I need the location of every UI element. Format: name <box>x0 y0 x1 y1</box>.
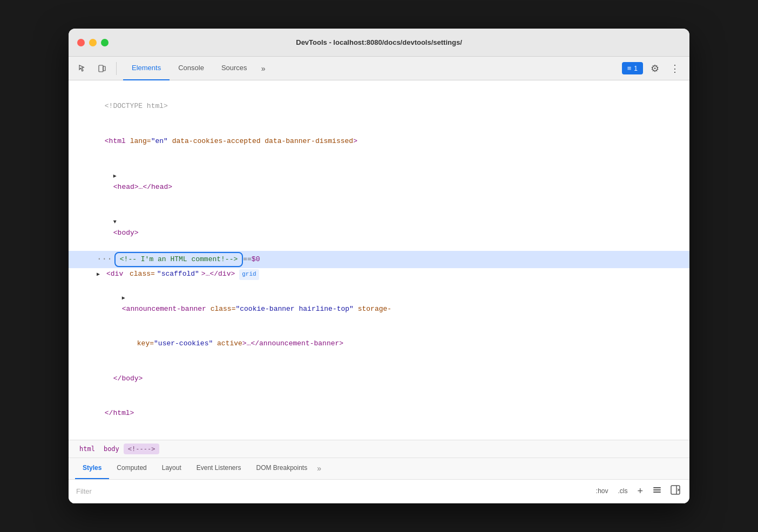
filter-actions: :hov .cls + <box>594 483 682 499</box>
tab-layout[interactable]: Layout <box>154 458 189 479</box>
grid-badge: grid <box>239 269 259 280</box>
breadcrumb-html[interactable]: html <box>75 444 99 454</box>
dollar-zero-value: $0 <box>252 254 260 265</box>
body-open-line[interactable]: <body> <box>79 204 679 250</box>
tab-sources[interactable]: Sources <box>213 57 256 80</box>
hov-button[interactable]: :hov <box>594 486 611 496</box>
doctype-line: <!DOCTYPE html> <box>79 89 679 124</box>
svg-rect-2 <box>653 487 661 488</box>
more-tabs-button[interactable]: » <box>256 61 271 76</box>
tab-elements[interactable]: Elements <box>123 57 170 80</box>
minimize-button[interactable] <box>89 39 97 46</box>
toolbar-right: ≡ 1 ⚙ ⋮ <box>622 60 683 77</box>
dots-menu-button[interactable]: ··· <box>97 253 112 267</box>
breadcrumb: html body <!----> <box>69 440 689 458</box>
main-tabs: Elements Console Sources » <box>123 57 618 80</box>
traffic-lights <box>77 39 109 46</box>
badge-icon: ≡ <box>627 64 632 72</box>
more-options-button[interactable]: ⋮ <box>667 60 683 77</box>
close-button[interactable] <box>77 39 85 46</box>
announcement-line-2: key="user-cookies" active>…</announcemen… <box>79 326 679 361</box>
svg-rect-1 <box>103 66 105 71</box>
breadcrumb-body[interactable]: body <box>99 444 124 454</box>
tab-console[interactable]: Console <box>170 57 213 80</box>
filter-bar: Filter :hov .cls + <box>69 480 689 503</box>
svg-rect-0 <box>99 65 103 72</box>
svg-rect-4 <box>653 492 661 493</box>
scaffold-triangle[interactable] <box>97 270 104 279</box>
svg-rect-3 <box>653 489 661 490</box>
svg-rect-5 <box>671 486 680 494</box>
div-scaffold-line[interactable]: <div class="scaffold">…</div> grid <box>79 268 679 281</box>
html-close-line[interactable]: </html> <box>79 396 679 431</box>
equals-sign: == <box>243 254 252 265</box>
badge-count: 1 <box>634 65 638 72</box>
titlebar: DevTools - localhost:8080/docs/devtools/… <box>69 29 689 57</box>
settings-button[interactable]: ⚙ <box>647 60 662 77</box>
html-open-line[interactable]: <html lang="en" data-cookies-accepted da… <box>79 124 679 159</box>
tab-dom-breakpoints[interactable]: DOM Breakpoints <box>248 458 315 479</box>
more-bottom-tabs-button[interactable]: » <box>317 464 321 473</box>
bottom-panel-tabs: Styles Computed Layout Event Listeners D… <box>69 458 689 480</box>
body-close-line[interactable]: </body> <box>79 362 679 396</box>
breadcrumb-comment[interactable]: <!----> <box>124 444 160 454</box>
head-line[interactable]: <head>…</head> <box>79 159 679 204</box>
toolbar: Elements Console Sources » ≡ 1 ⚙ ⋮ <box>69 57 689 80</box>
element-state-button[interactable] <box>651 483 664 499</box>
inspect-element-button[interactable] <box>75 61 90 76</box>
sidebar-toggle-button[interactable] <box>669 483 682 499</box>
window-title: DevTools - localhost:8080/docs/devtools/… <box>296 38 462 46</box>
body-triangle[interactable] <box>113 218 121 227</box>
selected-comment-row[interactable]: ··· <!-- I'm an HTML comment!--> == $0 <box>69 251 689 269</box>
cls-button[interactable]: .cls <box>615 486 630 496</box>
announcement-triangle[interactable] <box>122 294 130 303</box>
announcement-line[interactable]: <announcement-banner class="cookie-banne… <box>79 281 679 326</box>
maximize-button[interactable] <box>101 39 109 46</box>
console-badge-button[interactable]: ≡ 1 <box>622 62 643 74</box>
tab-styles[interactable]: Styles <box>75 458 109 479</box>
filter-placeholder[interactable]: Filter <box>76 487 594 495</box>
head-triangle[interactable] <box>113 172 121 181</box>
toolbar-separator <box>116 62 117 75</box>
devtools-window: DevTools - localhost:8080/docs/devtools/… <box>69 29 689 503</box>
tab-computed[interactable]: Computed <box>109 458 154 479</box>
comment-node[interactable]: <!-- I'm an HTML comment!--> <box>114 252 243 268</box>
tab-event-listeners[interactable]: Event Listeners <box>189 458 249 479</box>
device-toggle-button[interactable] <box>94 61 110 76</box>
elements-panel: <!DOCTYPE html> <html lang="en" data-coo… <box>69 80 689 439</box>
new-style-rule-button[interactable]: + <box>635 485 645 498</box>
